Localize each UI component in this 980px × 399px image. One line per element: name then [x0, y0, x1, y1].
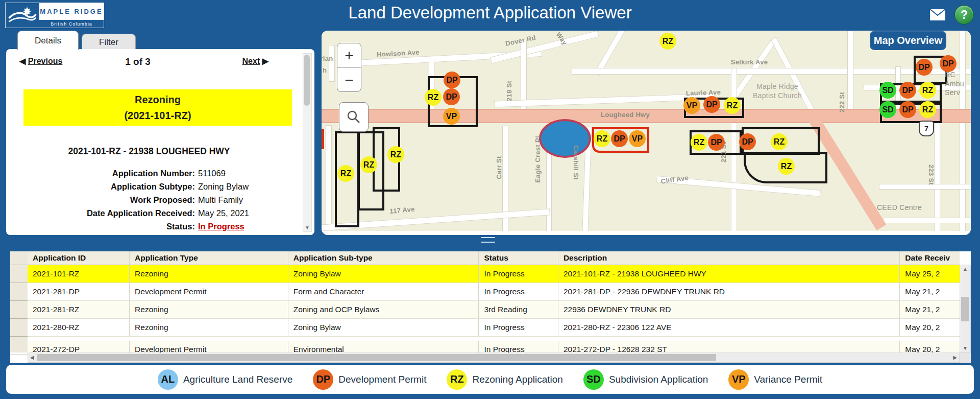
vp-marker-icon: VP: [728, 369, 749, 390]
col-header-application-subtype[interactable]: Application Sub-type: [288, 251, 479, 265]
table-vertical-scrollbar[interactable]: ▲ ▼: [960, 265, 971, 353]
vertical-scrollbar-thumb[interactable]: [961, 297, 969, 321]
map-marker-rz[interactable]: RZ: [659, 33, 676, 50]
map-marker-rz[interactable]: RZ: [919, 82, 936, 99]
map-marker-sd[interactable]: SD: [879, 101, 896, 118]
map-marker-rz[interactable]: RZ: [724, 97, 741, 114]
next-link[interactable]: Next ▶: [242, 56, 268, 66]
row-handle[interactable]: [10, 319, 28, 337]
map-overview-button[interactable]: Map Overview: [870, 31, 946, 50]
map-marker-dp[interactable]: DP: [739, 133, 756, 150]
dp-marker-icon: DP: [313, 369, 333, 390]
field-value: Multi Family: [198, 193, 243, 206]
legend-item-al: AL Agriculture Land Reserve: [158, 369, 292, 390]
map-marker-rz[interactable]: RZ: [771, 133, 788, 150]
map-marker-dp[interactable]: DP: [899, 101, 916, 118]
street-label: 218 St: [505, 81, 513, 101]
help-icon[interactable]: ?: [954, 5, 974, 25]
road: [326, 125, 332, 231]
tab-filter[interactable]: Filter: [82, 34, 136, 50]
col-header-date-received[interactable]: Date Receiv: [900, 251, 960, 265]
field-label: Work Proposed:: [6, 193, 195, 206]
road: [847, 31, 853, 112]
map-canvas[interactable]: Howison Ave Dover Rd Way 218 St Laurie A…: [322, 31, 971, 231]
zoom-out-button[interactable]: −: [337, 68, 361, 92]
street-label: 117 Ave: [389, 205, 415, 216]
selected-application-banner: Rezoning (2021-101-RZ): [23, 89, 292, 126]
row-handle[interactable]: [10, 337, 28, 355]
col-header-description[interactable]: Description: [558, 251, 900, 265]
scroll-left-icon[interactable]: ◀: [30, 355, 34, 360]
table-row[interactable]: 2021-281-RZ Rezoning Zoning and OCP Byla…: [28, 301, 960, 319]
table-horizontal-scrollbar[interactable]: ◀ ▶: [28, 353, 960, 363]
scroll-right-icon[interactable]: ▶: [953, 355, 957, 360]
table-header-row: Application ID Application Type Applicat…: [28, 251, 960, 265]
map-marker-rz[interactable]: RZ: [594, 130, 610, 147]
zoom-controls: + −: [337, 43, 361, 92]
map-marker-dp[interactable]: DP: [703, 96, 720, 113]
map-marker-dp[interactable]: DP: [444, 72, 460, 88]
map-marker-vp[interactable]: VP: [629, 130, 646, 147]
row-handle[interactable]: [10, 283, 28, 301]
clipped-red-feature: [322, 129, 324, 149]
map-marker-dp[interactable]: DP: [899, 82, 916, 99]
zoom-in-button[interactable]: +: [337, 43, 361, 68]
scroll-down-icon[interactable]: ▼: [960, 345, 970, 351]
panel-scrollbar-thumb[interactable]: [304, 55, 310, 106]
field-label: Date Application Received:: [6, 206, 195, 220]
mail-icon[interactable]: [928, 8, 947, 22]
map-marker-sd[interactable]: SD: [879, 82, 896, 99]
map-panel: Howison Ave Dover Rd Way 218 St Laurie A…: [322, 31, 971, 235]
app-header: MAPLE RIDGE British Columbia Land Develo…: [0, 0, 980, 29]
tab-details[interactable]: Details: [17, 31, 79, 50]
road: [879, 184, 971, 190]
table-row[interactable]: 2021-101-RZ Rezoning Zoning Bylaw In Pro…: [28, 265, 960, 283]
map-marker-dp[interactable]: DP: [940, 55, 957, 72]
poi-label: CEED Centre: [877, 203, 922, 213]
map-marker-dp[interactable]: DP: [611, 130, 628, 147]
application-address-heading: 2021-101-RZ - 21938 LOUGHEED HWY: [6, 146, 292, 157]
next-arrow-icon: ▶: [262, 57, 268, 65]
rz-marker-icon: RZ: [447, 369, 467, 390]
col-header-application-id[interactable]: Application ID: [28, 251, 130, 265]
scroll-up-icon[interactable]: ▲: [960, 266, 970, 272]
selected-feature-highlight: [539, 119, 591, 158]
map-marker-rz[interactable]: RZ: [691, 134, 707, 151]
map-marker-dp[interactable]: DP: [708, 134, 725, 151]
col-header-application-type[interactable]: Application Type: [130, 251, 288, 265]
applications-table: Application ID Application Type Applicat…: [10, 251, 971, 363]
field-value: 511069: [198, 167, 226, 180]
page-title: Land Development Application Viewer: [0, 3, 980, 22]
map-marker-rz[interactable]: RZ: [778, 158, 795, 175]
map-marker-rz[interactable]: RZ: [919, 101, 936, 118]
search-icon: [346, 109, 361, 125]
highway-7-shield: 7: [919, 121, 934, 136]
table-row[interactable]: 2021-281-DP Development Permit Form and …: [28, 283, 960, 301]
map-marker-dp[interactable]: DP: [916, 59, 933, 76]
row-handle-column: [10, 251, 28, 353]
map-marker-rz[interactable]: RZ: [387, 146, 404, 163]
horizontal-scrollbar-thumb[interactable]: [37, 354, 716, 361]
field-value: Zoning Bylaw: [198, 180, 249, 193]
street-label: 222 St: [838, 92, 846, 112]
scroll-down-icon[interactable]: ▼: [303, 225, 311, 230]
panel-scrollbar[interactable]: ▼: [303, 53, 312, 232]
map-marker-vp[interactable]: VP: [443, 108, 460, 125]
map-marker-rz[interactable]: RZ: [360, 156, 377, 173]
field-value: May 25, 2021: [198, 206, 249, 220]
table-row[interactable]: 2021-280-RZ Rezoning Zoning Bylaw In Pro…: [28, 319, 960, 337]
status-link[interactable]: In Progress: [198, 220, 244, 233]
row-handle[interactable]: [10, 301, 28, 319]
table-row[interactable]: 2021-272-DP Development Permit Environme…: [28, 341, 960, 353]
field-label: Application Number:: [6, 167, 195, 180]
map-search-button[interactable]: [339, 102, 369, 132]
street-label: Eagle Crest Pl: [534, 136, 542, 183]
map-marker-vp[interactable]: VP: [683, 97, 700, 114]
panel-splitter-handle[interactable]: [481, 237, 495, 243]
row-handle[interactable]: [10, 265, 28, 283]
col-header-status[interactable]: Status: [479, 251, 558, 265]
map-marker-dp[interactable]: DP: [443, 88, 460, 105]
poi-label: RC Ambu Serv: [945, 71, 964, 98]
map-marker-rz[interactable]: RZ: [425, 89, 442, 106]
map-marker-rz[interactable]: RZ: [337, 165, 354, 182]
